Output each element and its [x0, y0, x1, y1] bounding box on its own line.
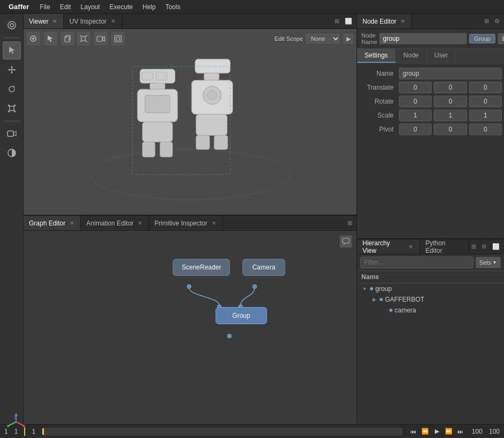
timeline-ruler[interactable] [42, 428, 402, 435]
translate-tool-button[interactable] [3, 61, 21, 79]
skip-to-end-button[interactable]: ⏭ [456, 427, 465, 436]
home-button[interactable] [3, 16, 21, 34]
tab-animation-editor[interactable]: Animation Editor ✕ [81, 216, 149, 230]
scale-label: Scale [359, 112, 397, 119]
rotate-z-input[interactable] [469, 96, 502, 107]
step-forward-button[interactable]: ⏩ [444, 427, 454, 436]
frame-btn[interactable] [110, 31, 125, 46]
menu-layout[interactable]: Layout [76, 2, 104, 12]
scale-z-input[interactable] [469, 110, 502, 121]
chat-button[interactable] [339, 235, 352, 248]
inner-tab-settings-label: Settings [365, 52, 388, 59]
tab-node-editor-close[interactable]: ✕ [399, 18, 406, 25]
menu-tools[interactable]: Tools [161, 2, 184, 12]
tab-viewer-close[interactable]: ✕ [51, 18, 58, 25]
pivot-y-input[interactable] [434, 123, 466, 135]
hierarchy-filter-input[interactable] [360, 257, 473, 268]
view-cube-btn[interactable] [60, 31, 75, 46]
group-node[interactable]: Group [216, 307, 267, 324]
name-field-label: Name [359, 70, 397, 77]
graph-editor-content[interactable]: SceneReader Camera Group [24, 231, 357, 424]
tab-uv-inspector-label: UV Inspector [69, 18, 106, 25]
tab-python-editor[interactable]: Python Editor [420, 239, 469, 254]
svg-marker-6 [8, 69, 10, 71]
rotate-y-input[interactable] [434, 96, 466, 107]
hv-settings-icon[interactable]: ⚙ [479, 242, 489, 251]
svg-line-45 [190, 156, 228, 180]
bottom-grid-icon[interactable]: ⊞ [345, 218, 354, 228]
tab-animation-editor-close[interactable]: ✕ [137, 220, 143, 227]
hierarchy-item-gafferbot[interactable]: ▶ GAFFERBOT [357, 294, 504, 305]
camera-button[interactable] [3, 125, 21, 143]
shading-button[interactable] [3, 144, 21, 162]
ne-grid-icon[interactable]: ⊞ [482, 17, 491, 26]
tab-hierarchy-view[interactable]: Hierarchy View ✕ [357, 239, 420, 254]
hierarchy-item-group[interactable]: ▼ group [357, 283, 504, 294]
svg-text:X: X [23, 424, 26, 428]
node-name-input[interactable] [379, 33, 467, 45]
scale-y-input[interactable] [434, 110, 466, 121]
sets-button[interactable]: Sets ▼ [476, 257, 501, 268]
camera-dot-icon [389, 309, 392, 312]
pivot-z-input[interactable] [469, 123, 502, 135]
tab-node-editor[interactable]: Node Editor ✕ [357, 14, 412, 28]
tab-viewer[interactable]: Viewer ✕ [24, 14, 64, 28]
play-button[interactable]: ▶ [432, 427, 442, 436]
hv-layout-icon[interactable]: ⊞ [469, 242, 478, 251]
svg-rect-64 [343, 238, 349, 243]
scope-forward-btn[interactable]: ▶ [343, 33, 354, 45]
menu-edit[interactable]: Edit [56, 2, 76, 12]
home-view-button[interactable] [26, 31, 41, 46]
tab-hierarchy-close[interactable]: ✕ [407, 243, 414, 250]
menu-help[interactable]: Help [138, 2, 160, 12]
svg-rect-49 [150, 83, 165, 89]
hierarchy-item-camera[interactable]: ▶ camera [357, 305, 504, 316]
translate-z-input[interactable] [469, 82, 502, 93]
pivot-x-input[interactable] [399, 123, 432, 135]
ne-gear-icon[interactable]: ⚙ [492, 17, 502, 26]
scene-reader-node[interactable]: SceneReader [173, 259, 230, 276]
grid-icon-btn[interactable]: ⊞ [332, 17, 342, 26]
svg-point-69 [253, 284, 257, 289]
camera-node[interactable]: Camera [242, 259, 285, 276]
scale-x-input[interactable] [399, 110, 432, 121]
render-camera-btn[interactable] [93, 31, 108, 46]
menu-file[interactable]: File [35, 2, 54, 12]
tab-hierarchy-view-label: Hierarchy View [362, 239, 404, 254]
svg-text:Y: Y [6, 424, 10, 428]
inner-tab-settings[interactable]: Settings [357, 49, 396, 63]
toolbar-separator-1 [4, 38, 20, 38]
rotate-x-input[interactable] [399, 96, 432, 107]
svg-rect-13 [8, 131, 13, 136]
node-info-button[interactable]: ℹ [498, 33, 504, 45]
gafferbot-tree-arrow: ▶ [371, 297, 377, 302]
select-tool-button[interactable] [3, 41, 21, 60]
scale-tool-button[interactable] [3, 99, 21, 118]
svg-rect-51 [145, 95, 170, 113]
edit-scope-select[interactable]: None Scene Group [305, 33, 340, 45]
name-row: Name [359, 68, 502, 79]
tab-primitive-inspector[interactable]: Primitive Inspector ✕ [149, 216, 223, 230]
maximize-icon-btn[interactable]: ⬜ [343, 17, 354, 26]
step-back-button[interactable]: ⏪ [420, 427, 430, 436]
rotate-tool-button[interactable] [3, 80, 21, 98]
skip-to-start-button[interactable]: ⏮ [409, 427, 418, 436]
left-toolbar: X Y Z [0, 14, 24, 424]
view-perspective-btn[interactable] [76, 31, 91, 46]
tab-primitive-inspector-close[interactable]: ✕ [211, 220, 217, 227]
tab-uv-inspector-close[interactable]: ✕ [110, 18, 116, 25]
cursor-icon-btn[interactable] [43, 31, 58, 46]
hierarchy-item-group-label: group [375, 285, 392, 293]
tab-graph-editor-close[interactable]: ✕ [69, 220, 75, 227]
menu-execute[interactable]: Execute [105, 2, 137, 12]
name-field-input[interactable] [399, 68, 502, 79]
tab-python-editor-label: Python Editor [425, 239, 463, 254]
hv-maximize-icon[interactable]: ⬜ [490, 242, 502, 251]
translate-x-input[interactable] [399, 82, 432, 93]
tab-graph-editor[interactable]: Graph Editor ✕ [24, 216, 81, 230]
tab-uv-inspector[interactable]: UV Inspector ✕ [64, 14, 122, 28]
inner-tab-user[interactable]: User [427, 49, 456, 63]
translate-y-input[interactable] [434, 82, 466, 93]
svg-rect-55 [195, 59, 230, 73]
inner-tab-node[interactable]: Node [396, 49, 427, 63]
